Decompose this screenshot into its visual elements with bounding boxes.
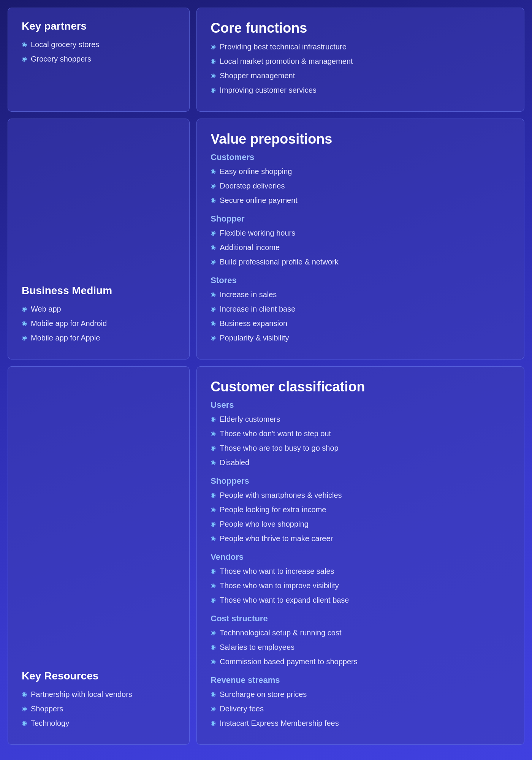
section-list: Flexible working hoursAdditional incomeB… bbox=[211, 228, 510, 267]
list-item: Commission based payment to shoppers bbox=[211, 656, 510, 667]
list-item: People with smartphones & vehicles bbox=[211, 490, 510, 500]
list-item: Technology bbox=[22, 718, 176, 728]
core-functions-title: Core functions bbox=[211, 20, 510, 36]
section-heading: Customers bbox=[211, 152, 510, 162]
key-partners-title: Key partners bbox=[22, 20, 176, 32]
list-item: Business expansion bbox=[211, 318, 510, 329]
list-item: Mobile app for Android bbox=[22, 318, 176, 329]
value-prepositions-card: Value prepositions CustomersEasy online … bbox=[196, 119, 524, 359]
list-item: Salaries to employees bbox=[211, 642, 510, 652]
list-item: Secure online payment bbox=[211, 195, 510, 206]
section-heading: Revenue streams bbox=[211, 675, 510, 685]
list-item: Increase in sales bbox=[211, 289, 510, 300]
list-item: Disabled bbox=[211, 457, 510, 468]
list-item: Mobile app for Apple bbox=[22, 332, 176, 343]
customer-classification-card: Customer classification UsersElderly cus… bbox=[196, 366, 524, 745]
list-item: Popularity & visibility bbox=[211, 332, 510, 343]
list-item: Those who are too busy to go shop bbox=[211, 443, 510, 453]
core-functions-card: Core functions Providing best technical … bbox=[196, 8, 524, 112]
list-item: Those who wan to improve visibility bbox=[211, 580, 510, 591]
section-list: Increase in salesIncrease in client base… bbox=[211, 289, 510, 343]
section-list: Easy online shoppingDoorstep deliveriesS… bbox=[211, 166, 510, 206]
business-medium-list: Web appMobile app for AndroidMobile app … bbox=[22, 304, 176, 347]
list-item: Surcharge on store prices bbox=[211, 689, 510, 700]
value-sections: CustomersEasy online shoppingDoorstep de… bbox=[211, 152, 510, 343]
business-medium-title: Business Medium bbox=[22, 285, 176, 297]
list-item: Additional income bbox=[211, 242, 510, 253]
section-list: People with smartphones & vehiclesPeople… bbox=[211, 490, 510, 544]
key-partners-list: Local grocery storesGrocery shoppers bbox=[22, 39, 176, 64]
list-item: Those who want to increase sales bbox=[211, 566, 510, 576]
list-item: Partnership with local vendors bbox=[22, 689, 176, 700]
key-resources-list: Partnership with local vendorsShoppersTe… bbox=[22, 689, 176, 732]
section-list: Elderly customersThose who don't want to… bbox=[211, 414, 510, 468]
list-item: Local market promotion & management bbox=[211, 56, 510, 66]
list-item: People looking for extra income bbox=[211, 504, 510, 515]
list-item: People who love shopping bbox=[211, 519, 510, 529]
list-item: Delivery fees bbox=[211, 703, 510, 714]
list-item: Shopper management bbox=[211, 70, 510, 81]
key-resources-title: Key Resources bbox=[22, 670, 176, 682]
list-item: Those who want to expand client base bbox=[211, 595, 510, 605]
section-heading: Shoppers bbox=[211, 476, 510, 486]
list-item: Build professional profile & network bbox=[211, 256, 510, 267]
list-item: People who thrive to make career bbox=[211, 533, 510, 544]
section-list: Technnological setup & running costSalar… bbox=[211, 627, 510, 667]
list-item: Improving customer services bbox=[211, 85, 510, 95]
list-item: Technnological setup & running cost bbox=[211, 627, 510, 638]
list-item: Increase in client base bbox=[211, 304, 510, 314]
main-grid: Key partners Local grocery storesGrocery… bbox=[8, 8, 524, 745]
section-heading: Users bbox=[211, 400, 510, 410]
list-item: Doorstep deliveries bbox=[211, 180, 510, 191]
list-item: Local grocery stores bbox=[22, 39, 176, 50]
section-list: Those who want to increase salesThose wh… bbox=[211, 566, 510, 605]
list-item: Shoppers bbox=[22, 703, 176, 714]
list-item: Instacart Express Membership fees bbox=[211, 718, 510, 728]
section-heading: Stores bbox=[211, 276, 510, 285]
customer-sections: UsersElderly customersThose who don't wa… bbox=[211, 400, 510, 728]
section-heading: Cost structure bbox=[211, 614, 510, 624]
core-functions-list: Providing best technical infrastructureL… bbox=[211, 41, 510, 95]
key-partners-card: Key partners Local grocery storesGrocery… bbox=[8, 8, 190, 112]
list-item: Easy online shopping bbox=[211, 166, 510, 177]
list-item: Flexible working hours bbox=[211, 228, 510, 238]
section-heading: Shopper bbox=[211, 214, 510, 224]
list-item: Providing best technical infrastructure bbox=[211, 41, 510, 52]
list-item: Elderly customers bbox=[211, 414, 510, 424]
list-item: Web app bbox=[22, 304, 176, 314]
key-resources-card: Key Resources Partnership with local ven… bbox=[8, 366, 190, 745]
value-prepositions-title: Value prepositions bbox=[211, 131, 510, 147]
list-item: Those who don't want to step out bbox=[211, 428, 510, 439]
list-item: Grocery shoppers bbox=[22, 54, 176, 64]
section-heading: Vendors bbox=[211, 552, 510, 562]
customer-classification-title: Customer classification bbox=[211, 379, 510, 395]
section-list: Surcharge on store pricesDelivery feesIn… bbox=[211, 689, 510, 728]
business-medium-card: Business Medium Web appMobile app for An… bbox=[8, 119, 190, 359]
